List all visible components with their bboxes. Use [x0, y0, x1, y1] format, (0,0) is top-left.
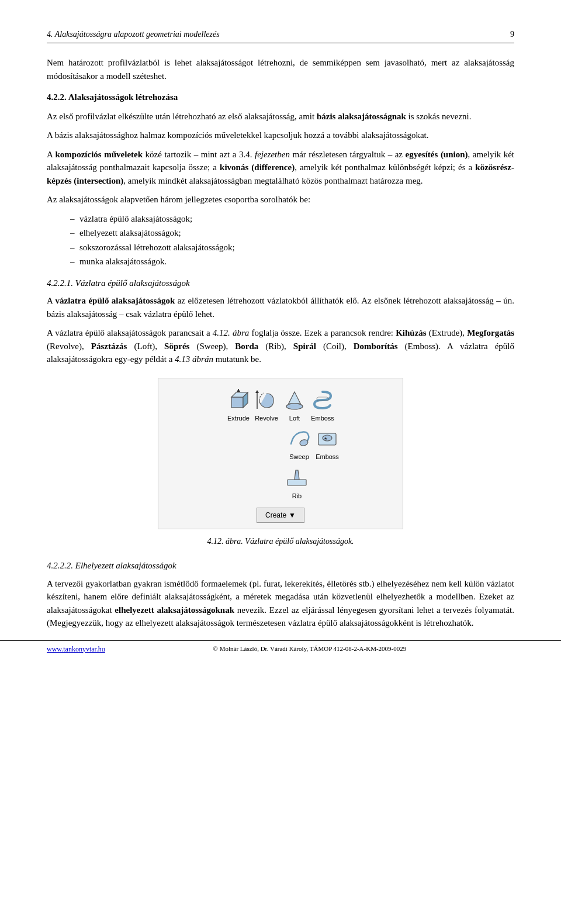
list-item: munka alaksajátosságok.: [70, 255, 514, 268]
figure-caption: 4.12. ábra. Vázlatra épülő alaksajátossá…: [158, 535, 403, 547]
header-page-number: 9: [510, 28, 514, 40]
revolve-icon: [255, 389, 278, 411]
header-title: 4. Alaksajátosságra alapozott geometriai…: [47, 28, 220, 40]
figure-container: Extrude Revolve: [158, 378, 403, 548]
page-footer: www.tankonyvtar.hu © Molnár László, Dr. …: [0, 640, 561, 654]
section-222-p4: Az alaksajátosságok alapvetően három jel…: [47, 193, 514, 206]
toolbar-item-revolve: Revolve: [255, 389, 278, 423]
toolbar-item-emboss: ★ Emboss: [316, 427, 339, 462]
svg-marker-8: [289, 392, 300, 404]
svg-text:★: ★: [324, 436, 327, 440]
toolbar-row-2: Sweep ★ Emboss: [165, 427, 396, 462]
extrude-label: Extrude: [227, 413, 250, 423]
section-2222-p1: A tervezői gyakorlatban gyakran ismétlőd…: [47, 577, 514, 630]
figure-box: Extrude Revolve: [158, 378, 403, 530]
svg-rect-0: [231, 397, 243, 408]
svg-marker-4: [237, 389, 240, 392]
toolbar-row-1: Extrude Revolve: [165, 389, 396, 423]
intro-paragraph: Nem határozott profilvázlatból is lehet …: [47, 56, 514, 82]
section-222-p2: A bázis alaksajátossághoz halmaz kompozí…: [47, 129, 514, 142]
create-dropdown[interactable]: Create ▼: [257, 508, 304, 523]
section-2221-heading: 4.2.2.1. Vázlatra épülő alaksajátosságok: [47, 277, 514, 290]
svg-rect-16: [288, 480, 306, 485]
svg-marker-6: [255, 390, 259, 393]
create-label: Create: [265, 510, 286, 520]
dropdown-arrow-icon: ▼: [289, 510, 296, 520]
rib-icon: [285, 467, 309, 489]
section-2221-p2: A vázlatra épülő alaksajátosságok paranc…: [47, 326, 514, 366]
toolbar-item-rib: Rib: [285, 467, 309, 501]
section-222-heading: 4.2.2. Alaksajátosságok létrehozása: [47, 91, 514, 104]
loft-label: Loft: [289, 413, 300, 423]
coil-label: Emboss: [311, 413, 334, 423]
list-item: sokszorozással létrehozott alaksajátossá…: [70, 241, 514, 254]
sweep-icon: [288, 427, 311, 450]
sweep-label: Sweep: [289, 452, 309, 462]
page: 4. Alaksajátosságra alapozott geometriai…: [0, 0, 561, 671]
coil-icon: [311, 389, 334, 411]
toolbar-item-sweep: Sweep: [288, 427, 311, 462]
emboss-label: Emboss: [316, 452, 339, 462]
page-header: 4. Alaksajátosságra alapozott geometriai…: [47, 28, 514, 43]
list-item: vázlatra épülő alaksajátosságok;: [70, 212, 514, 226]
feature-list: vázlatra épülő alaksajátosságok; elhelye…: [70, 212, 514, 268]
footer-center: © Molnár László, Dr. Váradi Károly, TÁMO…: [105, 644, 514, 654]
section-222-p3: A kompozíciós műveletek közé tartozik – …: [47, 148, 514, 188]
section-2221-p1: A vázlatra épülő alaksajátosságok az elő…: [47, 294, 514, 320]
section-2222-heading: 4.2.2.2. Elhelyezett alaksajátosságok: [47, 559, 514, 573]
extrude-icon: [227, 389, 250, 411]
svg-marker-17: [295, 470, 299, 480]
section-222-p1: Az első profilvázlat elkészülte után lét…: [47, 110, 514, 123]
svg-point-7: [286, 404, 303, 409]
rib-label: Rib: [292, 491, 302, 501]
revolve-label: Revolve: [255, 413, 278, 423]
toolbar-row-3: Rib: [165, 467, 396, 501]
footer-link[interactable]: www.tankonyvtar.hu: [47, 644, 105, 654]
loft-icon: [283, 389, 306, 411]
toolbar-item-extrude: Extrude: [227, 389, 250, 423]
list-item: elhelyezett alaksajátosságok;: [70, 226, 514, 240]
emboss-icon: ★: [316, 427, 339, 450]
toolbar-item-coil: Emboss: [311, 389, 334, 423]
toolbar-item-loft: Loft: [283, 389, 306, 423]
